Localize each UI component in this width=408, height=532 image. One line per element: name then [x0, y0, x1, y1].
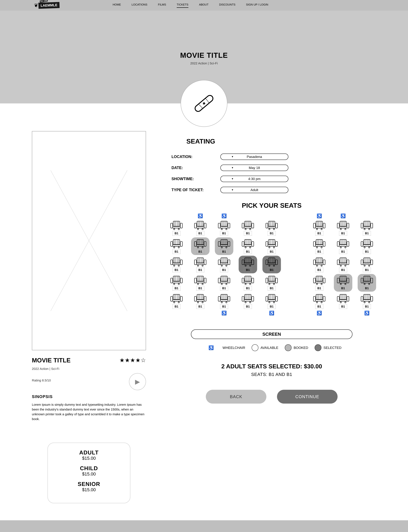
- seat[interactable]: B1: [263, 256, 281, 273]
- seat-label: B1: [196, 249, 204, 254]
- seating-title: SEATING: [186, 137, 376, 145]
- seat[interactable]: B1: [215, 237, 233, 255]
- seat[interactable]: B1: [167, 237, 186, 255]
- seat[interactable]: B1: [239, 237, 257, 255]
- seat[interactable]: B1: [334, 274, 352, 292]
- seat[interactable]: B1: [167, 256, 186, 273]
- seat[interactable]: B1: [239, 292, 257, 310]
- seat-label: B1: [339, 249, 347, 254]
- wheelchair-icon: ♿: [215, 310, 233, 316]
- legend-wheelchair: WHEELCHAIR: [222, 346, 245, 350]
- selector-label: TYPE OF TICKET:: [171, 188, 220, 192]
- seat[interactable]: B1: [334, 237, 352, 255]
- seat[interactable]: B1: [215, 256, 233, 273]
- seat[interactable]: B1: [215, 274, 233, 292]
- svg-rect-218: [323, 260, 325, 265]
- seat[interactable]: B1: [310, 219, 329, 237]
- svg-point-130: [273, 247, 275, 248]
- seat[interactable]: B1: [310, 274, 329, 292]
- seat[interactable]: B1: [191, 274, 210, 292]
- seat-label: B1: [220, 304, 228, 309]
- play-trailer-button[interactable]: ▶: [129, 373, 146, 390]
- seat-label: B1: [339, 286, 347, 291]
- seat[interactable]: B1: [191, 237, 210, 255]
- seat[interactable]: B1: [358, 292, 376, 310]
- seat-label: B1: [196, 286, 204, 291]
- nav-tickets[interactable]: TICKETS: [177, 3, 188, 8]
- seat[interactable]: B1: [167, 292, 186, 310]
- seat[interactable]: B1: [263, 274, 281, 292]
- selector-row: TYPE OF TICKET:▼Adult: [167, 187, 376, 193]
- seat[interactable]: B1: [334, 219, 352, 237]
- nav-sign-up-login[interactable]: SIGN UP / LOGIN: [246, 3, 268, 8]
- seat[interactable]: B1: [334, 256, 352, 273]
- seat[interactable]: B1: [191, 256, 210, 273]
- seat[interactable]: B1: [358, 274, 376, 292]
- selector-value: Pasadena: [247, 155, 262, 159]
- chevron-down-icon: ▼: [231, 177, 234, 180]
- selector-row: SHOWTIME:▼4:30 pm: [167, 176, 376, 182]
- svg-rect-248: [180, 278, 182, 283]
- svg-rect-348: [228, 296, 230, 301]
- seat[interactable]: B1: [310, 237, 329, 255]
- selector-dropdown[interactable]: ▼May 18: [220, 165, 288, 171]
- seat[interactable]: B1: [334, 292, 352, 310]
- svg-point-350: [226, 302, 227, 303]
- svg-rect-111: [245, 239, 251, 245]
- svg-rect-237: [361, 260, 363, 265]
- nav-discounts[interactable]: DISCOUNTS: [219, 3, 235, 8]
- seat[interactable]: B1: [358, 219, 376, 237]
- seat[interactable]: B1: [215, 219, 233, 237]
- price-value: $15.00: [48, 471, 130, 477]
- seat[interactable]: B1: [191, 219, 210, 237]
- svg-point-90: [178, 247, 179, 248]
- seat[interactable]: B1: [239, 274, 257, 292]
- svg-rect-108: [228, 241, 230, 246]
- svg-rect-217: [314, 260, 315, 265]
- selector-value: 4:30 pm: [248, 177, 261, 181]
- nav-locations[interactable]: LOCATIONS: [132, 3, 147, 8]
- svg-point-200: [250, 265, 251, 266]
- svg-point-209: [269, 265, 270, 266]
- seat[interactable]: B1: [191, 292, 210, 310]
- seat[interactable]: B1: [263, 237, 281, 255]
- price-tier: ADULT: [48, 449, 130, 456]
- seat[interactable]: B1: [263, 219, 281, 237]
- selector-dropdown[interactable]: ▼Pasadena: [220, 153, 288, 160]
- seat[interactable]: B1: [239, 219, 257, 237]
- svg-rect-117: [242, 241, 244, 246]
- seat[interactable]: B1: [263, 292, 281, 310]
- star-rating: ★★★★☆: [119, 357, 146, 364]
- nav-home[interactable]: HOME: [113, 3, 121, 8]
- seat[interactable]: B1: [358, 237, 376, 255]
- seat[interactable]: B1: [167, 219, 186, 237]
- seat[interactable]: B1: [215, 292, 233, 310]
- nav-about[interactable]: ABOUT: [199, 3, 209, 8]
- svg-point-320: [369, 283, 370, 285]
- svg-marker-0: [202, 101, 206, 106]
- svg-rect-188: [228, 260, 230, 265]
- svg-rect-127: [266, 241, 268, 246]
- svg-rect-38: [252, 223, 254, 228]
- seat[interactable]: B1: [239, 256, 257, 273]
- svg-point-59: [316, 229, 318, 230]
- sinopsis-label: SINOPSIS: [32, 394, 146, 399]
- continue-button[interactable]: CONTINUE: [277, 390, 338, 404]
- svg-point-260: [202, 283, 203, 285]
- selector-value: Adult: [251, 188, 258, 192]
- right-column: SEATING LOCATION:▼PasadenaDATE:▼May 18SH…: [167, 131, 376, 503]
- svg-rect-261: [221, 276, 227, 281]
- back-button[interactable]: BACK: [206, 390, 266, 404]
- svg-point-319: [364, 283, 365, 285]
- selector-dropdown[interactable]: ▼4:30 pm: [220, 176, 288, 182]
- selector-dropdown[interactable]: ▼Adult: [220, 187, 288, 193]
- svg-point-339: [197, 302, 199, 303]
- chevron-down-icon: ▼: [231, 166, 234, 169]
- logo[interactable]: ❦ EST 1938 LAEMMLE: [34, 2, 60, 9]
- nav-films[interactable]: FILMS: [158, 3, 166, 8]
- seat[interactable]: B1: [167, 274, 186, 292]
- seat[interactable]: B1: [310, 292, 329, 310]
- svg-point-30: [226, 229, 227, 230]
- seat[interactable]: B1: [358, 256, 376, 273]
- seat[interactable]: B1: [310, 256, 329, 273]
